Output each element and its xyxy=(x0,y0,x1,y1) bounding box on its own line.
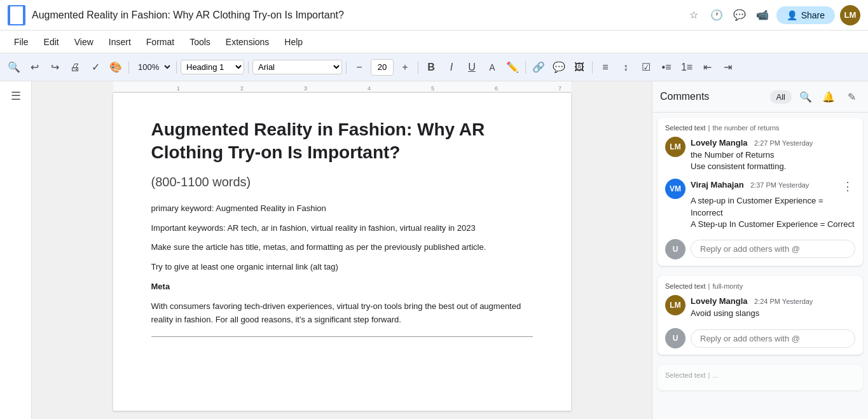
svg-text:6: 6 xyxy=(495,85,498,92)
comment-text-1-2: A step-up in Customer Experience = Incor… xyxy=(691,195,855,230)
doc-body: primary keyword: Augmented Reality in Fa… xyxy=(151,202,533,338)
menu-tools[interactable]: Tools xyxy=(183,34,217,50)
title-icons: ☆ 🕐 💬 📹 👤 Share LM xyxy=(685,5,860,25)
paint-format-icon[interactable]: 🎨 xyxy=(107,58,125,76)
svg-text:3: 3 xyxy=(304,85,307,92)
comment-author-2-1: Lovely Mangla xyxy=(691,296,748,306)
menu-bar: File Edit View Insert Format Tools Exten… xyxy=(0,31,868,53)
image-icon[interactable]: 🖼 xyxy=(570,58,588,76)
redo-icon[interactable]: ↪ xyxy=(46,58,64,76)
heading-style-select[interactable]: Heading 1 Heading 2 Normal text xyxy=(181,60,244,74)
italic-button[interactable]: I xyxy=(443,58,460,76)
menu-edit[interactable]: Edit xyxy=(38,34,65,50)
share-button[interactable]: 👤 Share xyxy=(776,6,835,24)
avatar[interactable]: LM xyxy=(840,5,860,25)
comment-content-1-2: Viraj Mahajan 2:37 PM Yesterday ⋮ A step… xyxy=(691,179,855,230)
star-icon[interactable]: ☆ xyxy=(685,6,703,24)
svg-text:4: 4 xyxy=(368,85,371,92)
reply-avatar-2: U xyxy=(665,328,685,348)
outline-panel: ☰ xyxy=(0,81,32,419)
comment-time-1-2: 2:37 PM Yesterday xyxy=(750,181,809,189)
numbered-list-icon[interactable]: 1≡ xyxy=(678,58,696,76)
bullet-list-icon[interactable]: •≡ xyxy=(658,58,675,76)
main-area: ☰ 1 2 3 4 5 6 7 Augmented Reality in Fas… xyxy=(0,81,868,419)
indent-less-icon[interactable]: ⇤ xyxy=(698,58,716,76)
important-keywords: Important keywords: AR tech, ar in fashi… xyxy=(151,222,533,235)
comment-card-2: Selected text | full-monty LM Lovely Man… xyxy=(658,276,863,355)
doc-word-count: (800-1100 words) xyxy=(151,175,533,189)
comments-add-icon[interactable]: ✎ xyxy=(843,88,860,106)
svg-text:1: 1 xyxy=(177,85,180,92)
menu-help[interactable]: Help xyxy=(278,34,309,50)
share-icon: 👤 xyxy=(787,10,797,20)
comment-card-1: Selected text | the number of returns LM… xyxy=(658,118,863,266)
comment-entry-1-2: VM Viraj Mahajan 2:37 PM Yesterday ⋮ A s… xyxy=(665,179,855,230)
comment-author-1-1: Lovely Mangla xyxy=(691,138,748,148)
comment-text-2-1: Avoid using slangs xyxy=(691,308,855,319)
divider-3 xyxy=(248,61,249,74)
comments-title: Comments xyxy=(660,91,765,102)
menu-insert[interactable]: Insert xyxy=(102,34,137,50)
comment-content-1-1: Lovely Mangla 2:27 PM Yesterday the Numb… xyxy=(691,137,855,172)
divider-6 xyxy=(525,61,526,74)
reply-avatar-1: U xyxy=(665,239,685,259)
toolbar: 🔍 ↩ ↪ 🖨 ✓ 🎨 100% 75% 50% Heading 1 Headi… xyxy=(0,53,868,81)
meet-icon[interactable]: 📹 xyxy=(754,6,771,24)
line-spacing-icon[interactable]: ↕ xyxy=(617,58,635,76)
spellcheck-icon[interactable]: ✓ xyxy=(86,58,104,76)
menu-format[interactable]: Format xyxy=(140,34,181,50)
comment-content-2-1: Lovely Mangla 2:24 PM Yesterday Avoid us… xyxy=(691,295,855,319)
search-icon[interactable]: 🔍 xyxy=(5,58,23,76)
comment-insert-icon[interactable]: 💬 xyxy=(550,58,568,76)
zoom-select[interactable]: 100% 75% 50% xyxy=(133,60,172,74)
decrease-font-icon[interactable]: − xyxy=(350,58,368,76)
comment-time-2-1: 2:24 PM Yesterday xyxy=(754,298,813,305)
doc-icon xyxy=(8,5,25,25)
align-icon[interactable]: ≡ xyxy=(596,58,614,76)
divider-5 xyxy=(418,61,418,74)
divider-1 xyxy=(128,61,129,74)
instruction-2: Try to give at least one organic interna… xyxy=(151,261,533,274)
history-icon[interactable]: 🕐 xyxy=(708,6,726,24)
font-size-input[interactable] xyxy=(371,59,394,76)
print-icon[interactable]: 🖨 xyxy=(66,58,84,76)
comments-search-icon[interactable]: 🔍 xyxy=(797,88,815,106)
meta-label: Meta xyxy=(151,282,170,291)
document-title: Augmented Reality in Fashion: Why AR Clo… xyxy=(32,10,679,21)
link-icon[interactable]: 🔗 xyxy=(530,58,548,76)
underline-button[interactable]: U xyxy=(463,58,481,76)
document-area: 1 2 3 4 5 6 7 Augmented Reality in Fashi… xyxy=(32,81,652,419)
svg-text:7: 7 xyxy=(558,85,561,92)
commenter-avatar-2-1: LM xyxy=(665,295,685,315)
text-color-icon[interactable]: A xyxy=(483,58,501,76)
commenter-avatar-1-2: VM xyxy=(665,179,685,199)
comment-more-btn[interactable]: ⋮ xyxy=(840,179,855,194)
comments-filter-badge[interactable]: All xyxy=(770,90,792,104)
menu-file[interactable]: File xyxy=(8,34,35,50)
document-page: Augmented Reality in Fashion: Why AR Clo… xyxy=(113,93,571,411)
font-select[interactable]: Arial Times New Roman xyxy=(252,60,342,74)
doc-heading[interactable]: Augmented Reality in Fashion: Why AR Clo… xyxy=(151,118,533,165)
doc-divider xyxy=(151,336,533,337)
ruler: 1 2 3 4 5 6 7 xyxy=(113,81,571,93)
instruction-1: Make sure the article has title, metas, … xyxy=(151,241,533,254)
svg-text:5: 5 xyxy=(431,85,434,92)
menu-extensions[interactable]: Extensions xyxy=(219,34,275,50)
checklist-icon[interactable]: ☑ xyxy=(637,58,655,76)
increase-font-icon[interactable]: + xyxy=(396,58,414,76)
reply-input-2[interactable] xyxy=(691,329,855,348)
commenter-avatar-1-1: LM xyxy=(665,137,685,157)
comment-text-1-1: the Number of ReturnsUse consistent form… xyxy=(691,149,855,172)
outline-icon[interactable]: ☰ xyxy=(11,89,21,103)
indent-more-icon[interactable]: ⇥ xyxy=(719,58,736,76)
comments-header: Comments All 🔍 🔔 ✎ xyxy=(652,81,868,113)
comment-selected-label-1: Selected text | the number of returns xyxy=(665,124,855,132)
bold-button[interactable]: B xyxy=(422,58,440,76)
undo-icon[interactable]: ↩ xyxy=(25,58,43,76)
menu-view[interactable]: View xyxy=(68,34,100,50)
divider-4 xyxy=(346,61,347,74)
reply-input-1[interactable] xyxy=(691,240,855,258)
comment-icon[interactable]: 💬 xyxy=(731,6,748,24)
comments-bell-icon[interactable]: 🔔 xyxy=(820,88,837,106)
highlight-icon[interactable]: ✏️ xyxy=(504,58,521,76)
